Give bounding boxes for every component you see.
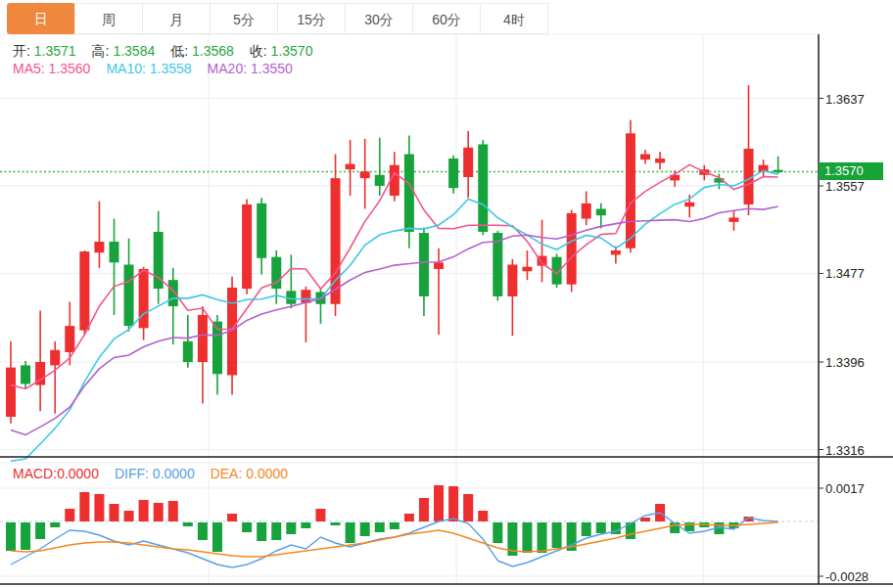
macd-hist-bar — [346, 522, 355, 543]
macd-hist-bar — [301, 522, 310, 528]
macd-hist-bar — [522, 522, 532, 553]
candle — [448, 158, 458, 188]
candle — [596, 208, 606, 215]
candle — [728, 217, 738, 221]
macd-hist-bar — [168, 501, 178, 521]
macd-header: MACD:0.0000DIFF: 0.0000DEA: 0.0000 — [13, 466, 304, 481]
candle — [611, 250, 621, 254]
candle — [183, 341, 193, 362]
macd-axis-label: -0.0028 — [825, 569, 869, 584]
macd-hist-bar — [286, 522, 296, 534]
candle — [124, 264, 134, 326]
candle — [346, 164, 355, 170]
candle — [168, 280, 178, 306]
candle — [478, 144, 488, 231]
macd-hist-bar — [35, 522, 45, 539]
macd-hist-bar — [257, 522, 266, 541]
diff-value: DIFF: 0.0000 — [115, 466, 195, 481]
macd-hist-bar — [315, 509, 325, 521]
macd-hist-bar — [375, 522, 385, 532]
macd-hist-bar — [79, 492, 89, 521]
candle — [6, 368, 16, 417]
macd-hist-bar — [50, 522, 60, 527]
candle — [21, 365, 30, 384]
macd-hist-bar — [331, 522, 341, 525]
candle — [65, 326, 74, 352]
price-axis-label: 1.3316 — [825, 442, 865, 457]
macd-hist-bar — [552, 522, 562, 548]
chart-canvas[interactable] — [0, 0, 893, 588]
candle — [94, 242, 104, 252]
macd-hist-bar — [154, 503, 164, 521]
macd-hist-bar — [419, 498, 429, 521]
price-axis-label: 1.3637 — [825, 91, 865, 106]
macd-hist-bar — [212, 522, 222, 552]
candle — [507, 264, 517, 295]
tab-30min[interactable]: 30分 — [345, 3, 413, 34]
macd-hist-bar — [139, 500, 149, 521]
candle — [655, 158, 665, 162]
candle — [139, 269, 149, 328]
macd-value: MACD:0.0000 — [13, 466, 99, 481]
macd-hist-bar — [448, 486, 458, 521]
tab-5min[interactable]: 5分 — [210, 3, 278, 34]
tab-60min[interactable]: 60分 — [412, 3, 481, 34]
macd-hist-bar — [242, 522, 252, 532]
close-value: 收: 1.3570 — [250, 43, 313, 59]
macd-hist-bar — [493, 522, 502, 543]
period-tab-bar: 日周月5分15分30分60分4时 — [8, 3, 548, 34]
macd-hist-bar — [463, 494, 473, 521]
macd-hist-bar — [109, 504, 118, 521]
candle — [419, 233, 429, 296]
macd-hist-bar — [183, 522, 193, 526]
candle — [375, 175, 385, 186]
macd-hist-bar — [538, 522, 547, 553]
high-value: 高: 1.3584 — [92, 43, 156, 59]
ma10-value: MA10: 1.3558 — [106, 61, 191, 76]
macd-hist-bar — [6, 522, 16, 551]
candle — [79, 251, 89, 331]
tab-day[interactable]: 日 — [7, 3, 75, 34]
candle — [567, 213, 577, 285]
macd-hist-bar — [596, 522, 606, 533]
candle — [463, 148, 473, 177]
candle — [257, 204, 266, 258]
macd-hist-bar — [582, 522, 591, 536]
candle — [198, 315, 208, 362]
candle — [434, 262, 444, 269]
macd-hist-bar — [21, 522, 30, 550]
tab-15min[interactable]: 15分 — [277, 3, 346, 34]
macd-hist-bar — [390, 522, 400, 529]
candle — [626, 133, 635, 248]
candle — [360, 171, 370, 178]
candle — [404, 155, 414, 232]
macd-hist-bar — [404, 514, 414, 521]
macd-hist-bar — [94, 494, 104, 521]
ma-header: MA5: 1.3560MA10: 1.3558MA20: 1.3550 — [13, 61, 308, 76]
chart-app: 日周月5分15分30分60分4时 开: 1.3571高: 1.3584低: 1.… — [0, 0, 893, 588]
candle — [640, 155, 650, 160]
macd-hist-bar — [478, 511, 488, 521]
ohlc-header: 开: 1.3571高: 1.3584低: 1.3568收: 1.3570 — [13, 43, 328, 61]
macd-hist-bar — [360, 522, 370, 536]
candle — [774, 170, 783, 172]
macd-hist-bar — [227, 514, 237, 521]
macd-axis-label: 0.0017 — [825, 481, 865, 496]
tab-4hour[interactable]: 4时 — [480, 3, 548, 34]
low-value: 低: 1.3568 — [170, 43, 234, 59]
price-axis-label: 1.3396 — [825, 355, 865, 370]
macd-hist-bar — [434, 485, 444, 521]
dea-value: DEA: 0.0000 — [211, 466, 288, 481]
ma20-value: MA20: 1.3550 — [208, 61, 293, 76]
price-axis-label: 1.3477 — [825, 266, 865, 281]
price-axis-label: 1.3557 — [825, 178, 865, 193]
tab-week[interactable]: 周 — [74, 3, 143, 34]
ma5-value: MA5: 1.3560 — [13, 61, 90, 76]
candle — [522, 267, 532, 271]
open-value: 开: 1.3571 — [13, 43, 76, 59]
candle — [242, 204, 252, 289]
tab-month[interactable]: 月 — [142, 3, 211, 34]
candle — [109, 242, 118, 262]
macd-hist-bar — [124, 511, 134, 521]
current-price-badge: 1.3570 — [819, 162, 883, 180]
